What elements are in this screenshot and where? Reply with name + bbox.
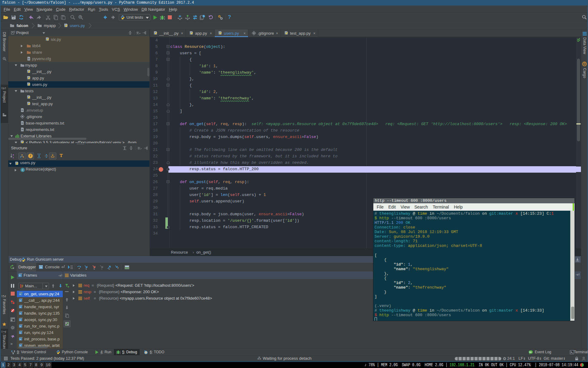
svg-text:I: I (118, 266, 119, 270)
svg-text:s: s (20, 299, 21, 302)
svg-text:s: s (20, 312, 21, 315)
svg-text:s: s (20, 319, 21, 321)
svg-text:9+: 9+ (529, 351, 532, 354)
svg-text:s: s (20, 338, 21, 341)
svg-text:s: s (20, 332, 21, 334)
svg-text:R: R (79, 15, 81, 18)
svg-text:s: s (20, 293, 21, 296)
svg-text:s: s (20, 306, 21, 309)
svg-text:s: s (19, 274, 21, 277)
svg-text:a: a (13, 153, 14, 156)
svg-text:s: s (20, 325, 21, 328)
svg-text:z: z (13, 156, 14, 159)
